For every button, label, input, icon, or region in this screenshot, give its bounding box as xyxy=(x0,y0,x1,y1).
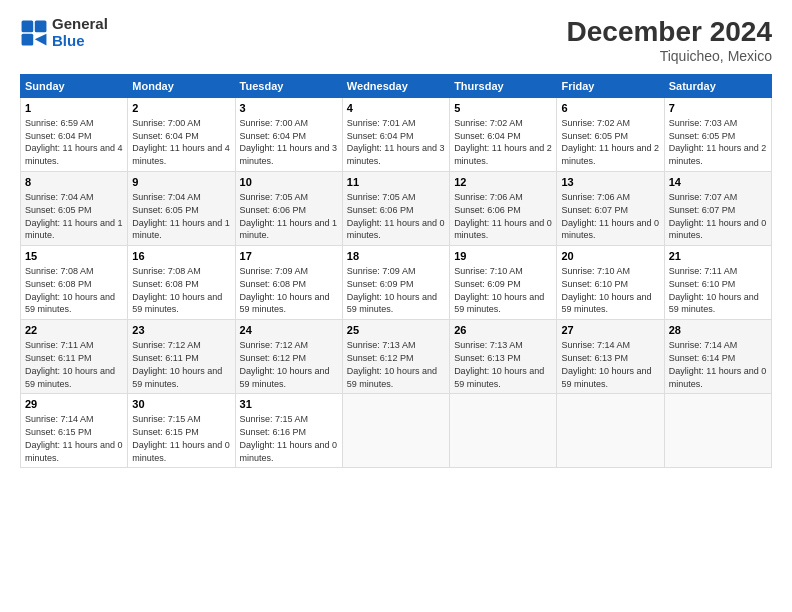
page: General Blue December 2024 Tiquicheo, Me… xyxy=(0,0,792,612)
calendar-cell: 15Sunrise: 7:08 AMSunset: 6:08 PMDayligh… xyxy=(21,246,128,320)
svg-marker-3 xyxy=(35,33,47,45)
calendar-cell: 24Sunrise: 7:12 AMSunset: 6:12 PMDayligh… xyxy=(235,320,342,394)
day-number: 31 xyxy=(240,397,338,412)
calendar-table: Sunday Monday Tuesday Wednesday Thursday… xyxy=(20,74,772,468)
day-number: 14 xyxy=(669,175,767,190)
calendar-cell: 12Sunrise: 7:06 AMSunset: 6:06 PMDayligh… xyxy=(450,172,557,246)
day-info: Sunrise: 7:04 AMSunset: 6:05 PMDaylight:… xyxy=(25,192,123,240)
calendar-cell: 28Sunrise: 7:14 AMSunset: 6:14 PMDayligh… xyxy=(664,320,771,394)
week-row-1: 1Sunrise: 6:59 AMSunset: 6:04 PMDaylight… xyxy=(21,98,772,172)
day-info: Sunrise: 7:00 AMSunset: 6:04 PMDaylight:… xyxy=(132,118,230,166)
day-number: 4 xyxy=(347,101,445,116)
day-number: 15 xyxy=(25,249,123,264)
day-number: 30 xyxy=(132,397,230,412)
calendar-cell: 19Sunrise: 7:10 AMSunset: 6:09 PMDayligh… xyxy=(450,246,557,320)
day-number: 20 xyxy=(561,249,659,264)
logo-icon xyxy=(20,19,48,47)
header-row: Sunday Monday Tuesday Wednesday Thursday… xyxy=(21,75,772,98)
calendar-cell: 6Sunrise: 7:02 AMSunset: 6:05 PMDaylight… xyxy=(557,98,664,172)
calendar-cell: 22Sunrise: 7:11 AMSunset: 6:11 PMDayligh… xyxy=(21,320,128,394)
day-info: Sunrise: 7:12 AMSunset: 6:12 PMDaylight:… xyxy=(240,340,330,388)
day-info: Sunrise: 7:06 AMSunset: 6:06 PMDaylight:… xyxy=(454,192,552,240)
calendar-cell: 13Sunrise: 7:06 AMSunset: 6:07 PMDayligh… xyxy=(557,172,664,246)
logo-line1: General xyxy=(52,16,108,33)
day-info: Sunrise: 7:08 AMSunset: 6:08 PMDaylight:… xyxy=(25,266,115,314)
day-number: 8 xyxy=(25,175,123,190)
day-number: 2 xyxy=(132,101,230,116)
day-number: 23 xyxy=(132,323,230,338)
day-info: Sunrise: 7:06 AMSunset: 6:07 PMDaylight:… xyxy=(561,192,659,240)
calendar-cell: 26Sunrise: 7:13 AMSunset: 6:13 PMDayligh… xyxy=(450,320,557,394)
day-info: Sunrise: 7:08 AMSunset: 6:08 PMDaylight:… xyxy=(132,266,222,314)
day-number: 21 xyxy=(669,249,767,264)
calendar-cell: 23Sunrise: 7:12 AMSunset: 6:11 PMDayligh… xyxy=(128,320,235,394)
calendar-cell: 20Sunrise: 7:10 AMSunset: 6:10 PMDayligh… xyxy=(557,246,664,320)
day-info: Sunrise: 7:02 AMSunset: 6:05 PMDaylight:… xyxy=(561,118,659,166)
day-number: 22 xyxy=(25,323,123,338)
day-number: 3 xyxy=(240,101,338,116)
day-info: Sunrise: 7:11 AMSunset: 6:11 PMDaylight:… xyxy=(25,340,115,388)
day-info: Sunrise: 7:14 AMSunset: 6:13 PMDaylight:… xyxy=(561,340,651,388)
svg-rect-0 xyxy=(22,20,34,32)
day-number: 28 xyxy=(669,323,767,338)
calendar-cell: 30Sunrise: 7:15 AMSunset: 6:15 PMDayligh… xyxy=(128,394,235,468)
header: General Blue December 2024 Tiquicheo, Me… xyxy=(20,16,772,64)
calendar-cell: 7Sunrise: 7:03 AMSunset: 6:05 PMDaylight… xyxy=(664,98,771,172)
day-info: Sunrise: 7:03 AMSunset: 6:05 PMDaylight:… xyxy=(669,118,767,166)
day-info: Sunrise: 7:01 AMSunset: 6:04 PMDaylight:… xyxy=(347,118,445,166)
calendar-cell: 25Sunrise: 7:13 AMSunset: 6:12 PMDayligh… xyxy=(342,320,449,394)
day-number: 29 xyxy=(25,397,123,412)
day-number: 18 xyxy=(347,249,445,264)
day-info: Sunrise: 7:11 AMSunset: 6:10 PMDaylight:… xyxy=(669,266,759,314)
day-number: 9 xyxy=(132,175,230,190)
calendar-cell: 5Sunrise: 7:02 AMSunset: 6:04 PMDaylight… xyxy=(450,98,557,172)
calendar-cell: 27Sunrise: 7:14 AMSunset: 6:13 PMDayligh… xyxy=(557,320,664,394)
day-number: 26 xyxy=(454,323,552,338)
day-number: 25 xyxy=(347,323,445,338)
col-monday: Monday xyxy=(128,75,235,98)
day-info: Sunrise: 7:10 AMSunset: 6:09 PMDaylight:… xyxy=(454,266,544,314)
calendar-cell: 11Sunrise: 7:05 AMSunset: 6:06 PMDayligh… xyxy=(342,172,449,246)
calendar-cell: 21Sunrise: 7:11 AMSunset: 6:10 PMDayligh… xyxy=(664,246,771,320)
day-info: Sunrise: 7:14 AMSunset: 6:14 PMDaylight:… xyxy=(669,340,767,388)
day-info: Sunrise: 7:15 AMSunset: 6:16 PMDaylight:… xyxy=(240,414,338,462)
day-info: Sunrise: 7:04 AMSunset: 6:05 PMDaylight:… xyxy=(132,192,230,240)
calendar-header: Sunday Monday Tuesday Wednesday Thursday… xyxy=(21,75,772,98)
day-number: 12 xyxy=(454,175,552,190)
week-row-2: 8Sunrise: 7:04 AMSunset: 6:05 PMDaylight… xyxy=(21,172,772,246)
svg-rect-2 xyxy=(22,33,34,45)
day-info: Sunrise: 7:14 AMSunset: 6:15 PMDaylight:… xyxy=(25,414,123,462)
calendar-cell: 14Sunrise: 7:07 AMSunset: 6:07 PMDayligh… xyxy=(664,172,771,246)
calendar-cell: 1Sunrise: 6:59 AMSunset: 6:04 PMDaylight… xyxy=(21,98,128,172)
calendar-cell xyxy=(450,394,557,468)
day-number: 16 xyxy=(132,249,230,264)
day-info: Sunrise: 7:13 AMSunset: 6:13 PMDaylight:… xyxy=(454,340,544,388)
svg-rect-1 xyxy=(35,20,47,32)
calendar-cell: 8Sunrise: 7:04 AMSunset: 6:05 PMDaylight… xyxy=(21,172,128,246)
day-info: Sunrise: 6:59 AMSunset: 6:04 PMDaylight:… xyxy=(25,118,123,166)
day-number: 5 xyxy=(454,101,552,116)
day-info: Sunrise: 7:09 AMSunset: 6:08 PMDaylight:… xyxy=(240,266,330,314)
day-info: Sunrise: 7:05 AMSunset: 6:06 PMDaylight:… xyxy=(347,192,445,240)
day-info: Sunrise: 7:10 AMSunset: 6:10 PMDaylight:… xyxy=(561,266,651,314)
day-info: Sunrise: 7:13 AMSunset: 6:12 PMDaylight:… xyxy=(347,340,437,388)
day-info: Sunrise: 7:15 AMSunset: 6:15 PMDaylight:… xyxy=(132,414,230,462)
col-wednesday: Wednesday xyxy=(342,75,449,98)
main-title: December 2024 xyxy=(567,16,772,48)
calendar-cell: 2Sunrise: 7:00 AMSunset: 6:04 PMDaylight… xyxy=(128,98,235,172)
day-info: Sunrise: 7:12 AMSunset: 6:11 PMDaylight:… xyxy=(132,340,222,388)
calendar-cell: 9Sunrise: 7:04 AMSunset: 6:05 PMDaylight… xyxy=(128,172,235,246)
title-block: December 2024 Tiquicheo, Mexico xyxy=(567,16,772,64)
col-saturday: Saturday xyxy=(664,75,771,98)
col-thursday: Thursday xyxy=(450,75,557,98)
col-sunday: Sunday xyxy=(21,75,128,98)
day-number: 27 xyxy=(561,323,659,338)
week-row-4: 22Sunrise: 7:11 AMSunset: 6:11 PMDayligh… xyxy=(21,320,772,394)
calendar-cell: 31Sunrise: 7:15 AMSunset: 6:16 PMDayligh… xyxy=(235,394,342,468)
day-number: 11 xyxy=(347,175,445,190)
calendar-cell: 4Sunrise: 7:01 AMSunset: 6:04 PMDaylight… xyxy=(342,98,449,172)
day-number: 13 xyxy=(561,175,659,190)
calendar-cell: 18Sunrise: 7:09 AMSunset: 6:09 PMDayligh… xyxy=(342,246,449,320)
week-row-3: 15Sunrise: 7:08 AMSunset: 6:08 PMDayligh… xyxy=(21,246,772,320)
logo: General Blue xyxy=(20,16,108,49)
